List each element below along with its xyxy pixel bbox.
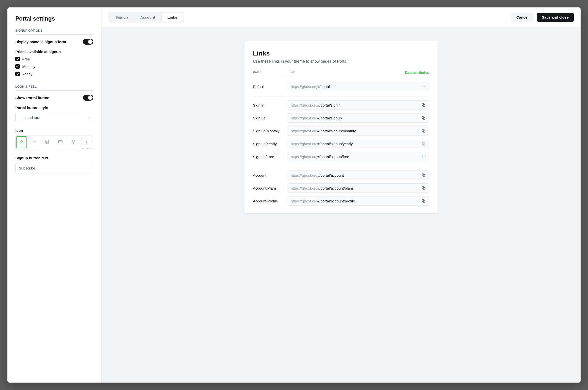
link-row: Account/Profilehttps://ghost.org#/portal… <box>253 196 429 206</box>
upload-icon <box>84 140 89 145</box>
main-panel: Signup Account Links Cancel Save and clo… <box>101 7 581 383</box>
link-url-box[interactable]: https://ghost.org#/portal <box>288 82 429 91</box>
link-path: #/portal/account <box>317 173 344 177</box>
copy-icon[interactable] <box>422 142 426 146</box>
icon-option-plus[interactable] <box>28 136 40 148</box>
link-page-name: Default <box>253 85 288 89</box>
link-page-name: Account/Profile <box>253 199 288 203</box>
link-row: Sign up/Yearlyhttps://ghost.org#/portal/… <box>253 139 429 148</box>
link-page-name: Sign up/Free <box>253 155 288 159</box>
link-row: Accounthttps://ghost.org#/portal/account <box>253 170 429 180</box>
icon-option-mail[interactable] <box>54 136 67 148</box>
section-signup-options: SIGNUP OPTIONS <box>15 29 93 35</box>
price-label: Yearly <box>22 72 33 76</box>
header-page: PAGE <box>253 71 288 75</box>
link-url-box[interactable]: https://ghost.org#/portal/signup/monthly <box>288 126 429 136</box>
copy-icon[interactable] <box>422 84 426 89</box>
show-portal-button-label: Show Portal button <box>15 96 49 100</box>
link-url-text: https://ghost.org#/portal/signup/yearly <box>291 142 353 146</box>
price-option-monthly[interactable]: Monthly <box>15 64 93 69</box>
link-url-text: https://ghost.org#/portal/account/profil… <box>291 199 355 203</box>
link-row: Sign uphttps://ghost.org#/portal/signup <box>253 113 429 123</box>
links-table-header: PAGE LINK Data attributes <box>253 71 429 77</box>
link-path: #/portal/signup/yearly <box>317 142 353 146</box>
link-section: Defaulthttps://ghost.org#/portal <box>253 77 429 96</box>
copy-icon[interactable] <box>422 186 426 190</box>
svg-point-8 <box>72 140 75 143</box>
link-page-name: Sign up <box>253 116 288 120</box>
copy-icon[interactable] <box>422 103 426 107</box>
price-label: Monthly <box>22 64 35 69</box>
icon-option-person[interactable] <box>16 136 27 148</box>
newspaper-icon <box>45 139 50 144</box>
link-domain: https://ghost.org <box>291 173 317 177</box>
display-name-toggle[interactable] <box>83 39 93 45</box>
links-card: Links Use these links in your theme to s… <box>244 41 437 213</box>
chevron-down-icon <box>87 115 90 120</box>
link-domain: https://ghost.org <box>291 155 317 159</box>
checkbox-icon <box>15 57 20 61</box>
copy-icon[interactable] <box>422 173 426 177</box>
link-url-text: https://ghost.org#/portal/signup/free <box>291 155 349 159</box>
link-url-box[interactable]: https://ghost.org#/portal/signup/yearly <box>288 139 429 148</box>
copy-icon[interactable] <box>422 129 426 133</box>
link-row: Defaulthttps://ghost.org#/portal <box>253 82 429 91</box>
target-icon <box>71 139 76 144</box>
price-option-free[interactable]: Free <box>15 57 93 61</box>
prices-label: Prices available at signup <box>15 49 93 54</box>
show-portal-button-toggle[interactable] <box>83 95 93 100</box>
link-domain: https://ghost.org <box>291 85 317 89</box>
topbar: Signup Account Links Cancel Save and clo… <box>101 7 581 27</box>
link-url-box[interactable]: https://ghost.org#/portal/account/plans <box>288 183 429 193</box>
link-url-box[interactable]: https://ghost.org#/portal/account <box>288 170 429 180</box>
icon-option-upload[interactable] <box>81 137 92 149</box>
copy-icon[interactable] <box>422 116 426 120</box>
tab-links[interactable]: Links <box>162 13 183 22</box>
link-section: Accounthttps://ghost.org#/portal/account… <box>253 166 429 206</box>
save-button[interactable]: Save and close <box>537 13 574 22</box>
link-path: #/portal/account/profile <box>317 199 355 203</box>
signup-text-input[interactable] <box>15 163 93 173</box>
content-area: Links Use these links in your theme to s… <box>101 27 581 383</box>
link-row: Sign up/Freehttps://ghost.org#/portal/si… <box>253 152 429 161</box>
prices-checklist: Free Monthly Yearly <box>15 57 93 76</box>
display-name-label: Display name in signup form <box>15 40 66 44</box>
checkbox-icon <box>15 64 20 69</box>
link-url-box[interactable]: https://ghost.org#/portal/account/profil… <box>288 196 429 206</box>
svg-point-0 <box>21 141 23 142</box>
svg-point-9 <box>73 141 75 143</box>
link-url-box[interactable]: https://ghost.org#/portal/signup <box>288 113 429 123</box>
link-domain: https://ghost.org <box>291 199 317 203</box>
link-row: Sign up/Monthlyhttps://ghost.org#/portal… <box>253 126 429 136</box>
icon-option-target[interactable] <box>67 136 80 148</box>
link-page-name: Sign up/Yearly <box>253 142 288 146</box>
link-page-name: Account <box>253 173 288 177</box>
copy-icon[interactable] <box>422 199 426 203</box>
cancel-button[interactable]: Cancel <box>511 13 533 22</box>
link-page-name: Sign in <box>253 103 288 107</box>
settings-sidebar: Portal settings SIGNUP OPTIONS Display n… <box>7 7 101 383</box>
price-option-yearly[interactable]: Yearly <box>15 72 93 76</box>
link-section: Sign inhttps://ghost.org#/portal/signinS… <box>253 96 429 166</box>
link-url-box[interactable]: https://ghost.org#/portal/signin <box>288 100 429 110</box>
link-path: #/portal/signup <box>317 116 342 120</box>
tab-signup[interactable]: Signup <box>109 13 134 22</box>
link-path: #/portal/signup/free <box>317 155 349 159</box>
link-domain: https://ghost.org <box>291 103 317 107</box>
icon-option-news[interactable] <box>40 136 54 148</box>
link-path: #/portal/signup/monthly <box>317 129 356 133</box>
link-domain: https://ghost.org <box>291 129 317 133</box>
action-buttons: Cancel Save and close <box>511 13 574 22</box>
link-path: #/portal/account/plans <box>317 186 354 190</box>
button-style-select[interactable]: Icon and text <box>15 113 93 122</box>
data-attributes-link[interactable]: Data attributes <box>405 71 429 75</box>
copy-icon[interactable] <box>422 154 426 159</box>
tab-account[interactable]: Account <box>134 13 161 22</box>
link-page-name: Account/Plans <box>253 186 288 190</box>
link-url-text: https://ghost.org#/portal/signup/monthly <box>291 129 356 133</box>
link-url-text: https://ghost.org#/portal/signin <box>291 103 341 107</box>
link-url-box[interactable]: https://ghost.org#/portal/signup/free <box>288 152 429 161</box>
section-look-feel: LOOK & FEEL <box>15 85 93 91</box>
plus-icon <box>32 139 37 144</box>
links-description: Use these links in your theme to show pa… <box>253 59 429 64</box>
